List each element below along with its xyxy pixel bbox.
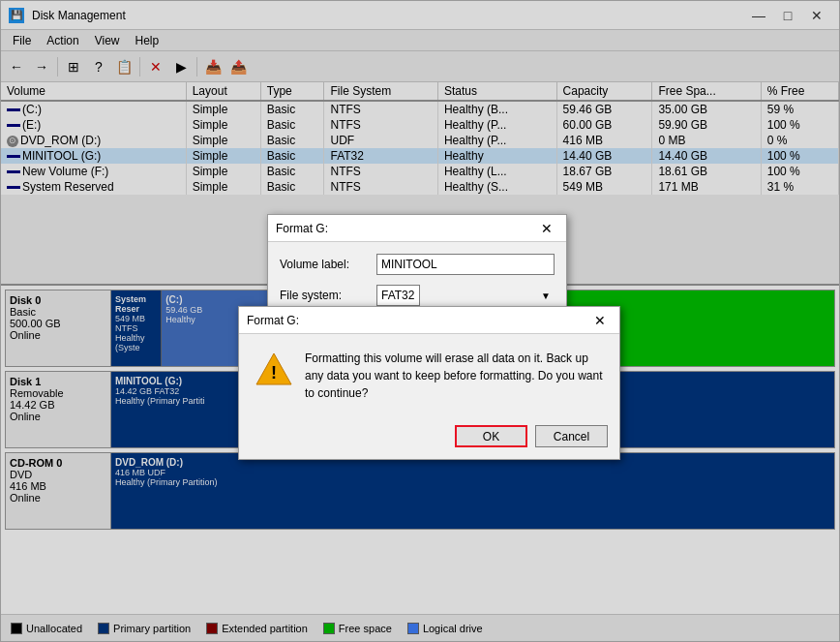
col-filesystem[interactable]: File System <box>324 82 437 101</box>
table-row[interactable]: ⊙DVD_ROM (D:) Simple Basic UDF Healthy (… <box>1 133 839 148</box>
cell-free: 14.40 GB <box>652 148 761 164</box>
cell-volume: (C:) <box>1 101 186 117</box>
cell-free: 0 MB <box>652 133 761 148</box>
table-row[interactable]: MINITOOL (G:) Simple Basic FAT32 Healthy… <box>1 148 839 164</box>
confirm-dialog-close[interactable]: ✕ <box>588 311 612 330</box>
legend-unallocated: Unallocated <box>11 623 82 634</box>
table-row[interactable]: System Reserved Simple Basic NTFS Health… <box>1 179 839 195</box>
col-type[interactable]: Type <box>260 82 324 101</box>
col-volume[interactable]: Volume <box>1 82 186 101</box>
col-freespace[interactable]: Free Spa... <box>652 82 761 101</box>
back-button[interactable]: ← <box>5 55 28 78</box>
svg-text:!: ! <box>271 363 277 382</box>
legend-box-unallocated <box>11 623 22 634</box>
cell-layout: Simple <box>186 133 260 148</box>
cell-type: Basic <box>260 179 324 195</box>
disk0-status: Online <box>10 329 106 341</box>
cell-status: Healthy (P... <box>437 117 556 133</box>
legend-label-logical: Logical drive <box>423 623 483 634</box>
table-row[interactable]: New Volume (F:) Simple Basic NTFS Health… <box>1 164 839 179</box>
toolbar-separator-1 <box>57 57 58 76</box>
disk-view-button[interactable]: ⊞ <box>62 55 85 78</box>
volume-label-input[interactable] <box>376 254 555 275</box>
cell-pct: 0 % <box>761 133 838 148</box>
disk-label-0: Disk 0 Basic 500.00 GB Online <box>5 290 111 367</box>
legend-box-logical <box>407 623 419 634</box>
file-system-select[interactable]: FAT32 NTFS exFAT <box>376 285 420 306</box>
cell-volume: MINITOOL (G:) <box>1 148 186 164</box>
part-detail2: Healthy (Syste <box>115 333 157 352</box>
col-layout[interactable]: Layout <box>186 82 260 101</box>
part-detail: 416 MB UDF <box>115 468 830 477</box>
menu-view[interactable]: View <box>87 32 128 49</box>
cell-layout: Simple <box>186 164 260 179</box>
cell-status: Healthy (L... <box>437 164 556 179</box>
ok-button[interactable]: OK <box>455 425 527 447</box>
table-header-row: Volume Layout Type File System Status Ca… <box>1 82 839 101</box>
col-status[interactable]: Status <box>437 82 556 101</box>
window-title: Disk Management <box>32 9 736 22</box>
col-capacity[interactable]: Capacity <box>556 82 652 101</box>
select-arrow-icon: ▼ <box>541 290 551 301</box>
cell-status: Healthy (S... <box>437 179 556 195</box>
format-dialog-title: Format G: <box>276 222 535 235</box>
cell-status: Healthy (B... <box>437 101 556 117</box>
cd0-status: Online <box>10 492 106 504</box>
legend-primary: Primary partition <box>98 623 191 634</box>
cell-status: Healthy (P... <box>437 133 556 148</box>
properties-button[interactable]: 📋 <box>112 55 135 78</box>
cell-volume: System Reserved <box>1 179 186 195</box>
menu-help[interactable]: Help <box>128 32 167 49</box>
table-row[interactable]: (E:) Simple Basic NTFS Healthy (P... 60.… <box>1 117 839 133</box>
window-controls: — □ ✕ <box>744 6 831 25</box>
refresh-button[interactable]: ▶ <box>169 55 193 78</box>
part-detail2: Healthy (Primary Partition) <box>115 477 830 487</box>
export-button[interactable]: 📤 <box>226 55 250 78</box>
cell-capacity: 18.67 GB <box>556 164 652 179</box>
cell-layout: Simple <box>186 117 260 133</box>
cell-fs: UDF <box>324 133 437 148</box>
part-label: System Reser <box>115 294 157 314</box>
legend-box-extended <box>206 623 218 634</box>
maximize-button[interactable]: □ <box>773 6 802 25</box>
help-button[interactable]: ? <box>87 55 110 78</box>
main-window: 💾 Disk Management — □ ✕ File Action View… <box>0 0 840 642</box>
legend-label-extended: Extended partition <box>222 623 308 634</box>
warning-icon: ! <box>255 350 293 388</box>
close-button[interactable]: ✕ <box>802 6 831 25</box>
disk1-size: 14.42 GB <box>10 399 106 411</box>
cell-free: 18.61 GB <box>652 164 761 179</box>
disk0-type: Basic <box>10 306 106 318</box>
format-dialog-close[interactable]: ✕ <box>535 219 558 238</box>
legend-label-primary: Primary partition <box>113 623 191 634</box>
menu-action[interactable]: Action <box>39 32 86 49</box>
confirm-dialog-titlebar: Format G: ✕ <box>239 307 619 334</box>
volume-table: Volume Layout Type File System Status Ca… <box>1 82 839 195</box>
partition-system-reserved[interactable]: System Reser 549 MB NTFS Healthy (Syste <box>111 290 162 366</box>
cell-pct: 31 % <box>761 179 838 195</box>
volume-label-row: Volume label: <box>280 254 555 275</box>
minimize-button[interactable]: — <box>744 6 773 25</box>
cell-free: 171 MB <box>652 179 761 195</box>
cell-type: Basic <box>260 133 324 148</box>
cell-status: Healthy <box>437 148 556 164</box>
forward-button[interactable]: → <box>30 55 53 78</box>
file-system-row: File system: FAT32 NTFS exFAT ▼ <box>280 285 555 306</box>
cell-pct: 59 % <box>761 101 838 117</box>
col-pctfree[interactable]: % Free <box>761 82 838 101</box>
table-row[interactable]: (C:) Simple Basic NTFS Healthy (B... 59.… <box>1 101 839 117</box>
disk1-type: Removable <box>10 387 106 399</box>
format-dialog-titlebar: Format G: ✕ <box>268 215 566 242</box>
partition-dvd[interactable]: DVD_ROM (D:) 416 MB UDF Healthy (Primary… <box>111 453 834 529</box>
app-icon: 💾 <box>9 8 24 23</box>
import-button[interactable]: 📥 <box>201 55 225 78</box>
toolbar-separator-2 <box>139 57 140 76</box>
dialog-confirm: Format G: ✕ ! Formatting this volume wil… <box>238 306 620 460</box>
cell-free: 35.00 GB <box>652 101 761 117</box>
cancel-button[interactable]: Cancel <box>535 425 608 447</box>
menu-file[interactable]: File <box>5 32 39 49</box>
legend-label-free: Free space <box>339 623 392 634</box>
cell-volume: ⊙DVD_ROM (D:) <box>1 133 186 148</box>
confirm-dialog-title: Format G: <box>247 314 588 327</box>
delete-button[interactable]: ✕ <box>144 55 167 78</box>
